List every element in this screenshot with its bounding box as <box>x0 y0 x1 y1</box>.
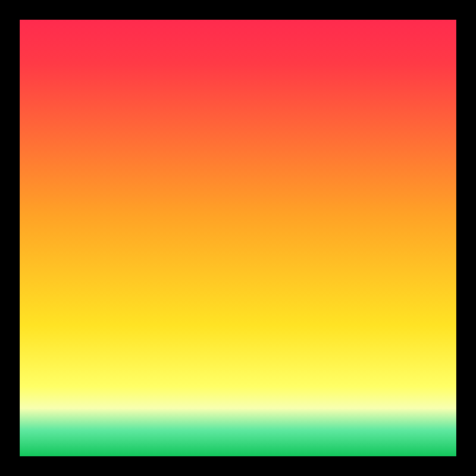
chart-frame <box>0 0 476 476</box>
curve-layer <box>0 0 476 476</box>
